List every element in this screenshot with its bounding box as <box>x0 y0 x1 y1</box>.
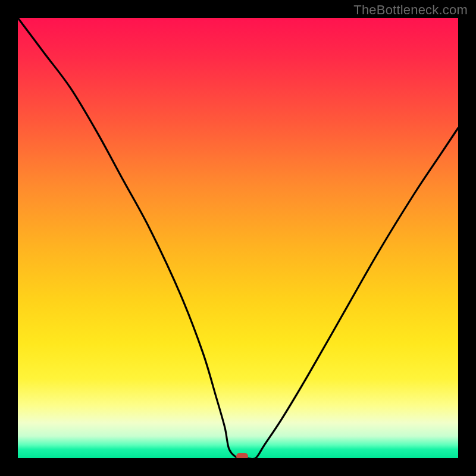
watermark-label: TheBottleneck.com <box>353 2 468 18</box>
optimal-point-marker <box>236 453 248 458</box>
plot-area <box>18 18 458 458</box>
chart-frame: TheBottleneck.com <box>0 0 476 476</box>
bottleneck-curve <box>18 18 458 458</box>
